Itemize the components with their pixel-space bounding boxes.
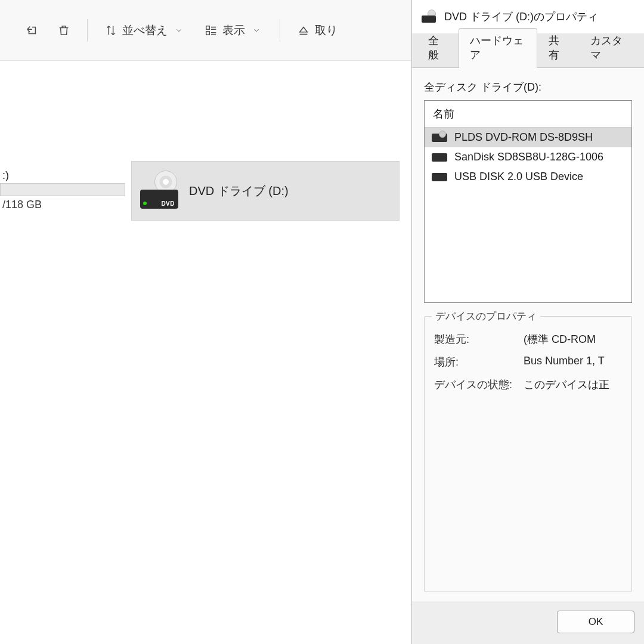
tab-general[interactable]: 全般 <box>417 28 459 68</box>
view-label: 表示 <box>222 23 245 38</box>
ok-button[interactable]: OK <box>557 611 634 633</box>
device-name: PLDS DVD-ROM DS-8D9SH <box>454 131 593 144</box>
dialog-body: 全ディスク ドライブ(D): 名前 PLDS DVD-ROM DS-8D9SH … <box>412 68 644 602</box>
property-label: デバイスの状態: <box>434 377 524 392</box>
chevron-down-icon <box>172 24 185 37</box>
svg-rect-0 <box>206 26 210 29</box>
dvd-drive-tile[interactable]: DVD DVD ドライブ (D:) <box>131 161 400 221</box>
sort-icon <box>104 24 117 37</box>
drive-c-tile[interactable]: :) /118 GB <box>0 169 125 211</box>
eject-button[interactable]: 取り <box>289 17 346 44</box>
disk-drive-icon <box>432 153 447 162</box>
property-label: 場所: <box>434 355 524 369</box>
tab-sharing[interactable]: 共有 <box>537 28 579 68</box>
toolbar-divider <box>280 19 280 42</box>
dialog-button-bar: OK <box>412 602 644 644</box>
all-drives-label: 全ディスク ドライブ(D): <box>424 80 632 94</box>
explorer-toolbar: 並べ替え 表示 <box>0 0 411 61</box>
dialog-tabs: 全般 ハードウェア 共有 カスタマ <box>412 33 644 68</box>
view-button[interactable]: 表示 <box>196 17 271 44</box>
list-item[interactable]: USB DISK 2.0 USB Device <box>425 167 631 187</box>
property-row-status: デバイスの状態: このデバイスは正 <box>434 377 622 392</box>
drive-c-capacity-text: /118 GB <box>0 199 125 211</box>
list-item[interactable]: SanDisk SD8SB8U-128G-1006 <box>425 147 631 167</box>
property-label: 製造元: <box>434 332 524 346</box>
properties-dialog: DVD ドライブ (D:)のプロパティ 全般 ハードウェア 共有 カスタマ 全デ… <box>411 0 644 644</box>
explorer-window: 並べ替え 表示 <box>0 0 411 644</box>
list-item[interactable]: PLDS DVD-ROM DS-8D9SH <box>425 128 631 147</box>
share-button[interactable] <box>17 18 47 43</box>
property-value: Bus Number 1, T <box>524 355 622 369</box>
sort-label: 並べ替え <box>122 23 168 38</box>
dvd-drive-label: DVD ドライブ (D:) <box>189 183 289 199</box>
trash-icon <box>57 24 70 37</box>
share-icon <box>25 24 38 37</box>
svg-rect-1 <box>206 31 210 35</box>
view-icon <box>205 24 218 37</box>
dialog-title: DVD ドライブ (D:)のプロパティ <box>444 10 598 24</box>
explorer-content: :) /118 GB DVD DVD ドライブ (D:) <box>0 61 411 644</box>
group-title: デバイスのプロパティ <box>432 309 540 323</box>
delete-button[interactable] <box>49 18 79 43</box>
tab-customize[interactable]: カスタマ <box>579 28 639 68</box>
dvd-drive-icon <box>422 11 436 23</box>
eject-icon <box>297 24 310 37</box>
tab-hardware[interactable]: ハードウェア <box>459 28 538 68</box>
eject-label: 取り <box>315 23 338 38</box>
drive-c-capacity-bar <box>0 183 125 196</box>
chevron-down-icon <box>250 24 263 37</box>
device-name: SanDisk SD8SB8U-128G-1006 <box>454 151 603 163</box>
dvd-drive-icon: DVD <box>140 173 178 209</box>
toolbar-divider <box>87 19 88 42</box>
device-properties-group: デバイスのプロパティ 製造元: (標準 CD-ROM 場所: Bus Numbe… <box>424 316 632 592</box>
drives-listbox[interactable]: 名前 PLDS DVD-ROM DS-8D9SH SanDisk SD8SB8U… <box>424 100 632 303</box>
device-name: USB DISK 2.0 USB Device <box>454 171 583 183</box>
disk-drive-icon <box>432 173 447 181</box>
property-row-manufacturer: 製造元: (標準 CD-ROM <box>434 332 622 346</box>
optical-drive-icon <box>432 134 447 142</box>
property-row-location: 場所: Bus Number 1, T <box>434 355 622 369</box>
dvd-badge: DVD <box>161 200 175 207</box>
list-header-name[interactable]: 名前 <box>425 101 631 128</box>
drive-c-label: :) <box>0 169 125 183</box>
property-value: (標準 CD-ROM <box>524 332 622 346</box>
property-value: このデバイスは正 <box>524 377 622 392</box>
sort-button[interactable]: 並べ替え <box>96 17 194 44</box>
